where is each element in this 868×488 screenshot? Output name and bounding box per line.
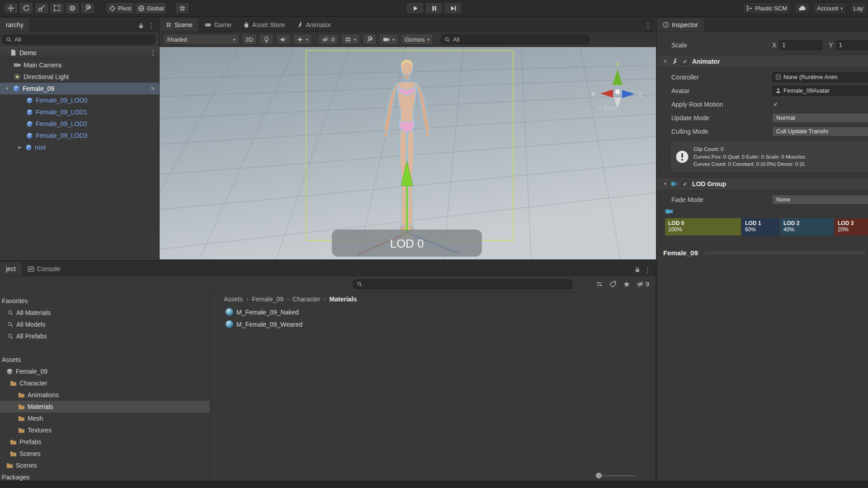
hidden-packages-toggle[interactable]: 9 [637, 281, 649, 288]
tab-inspector[interactable]: Inspector [657, 18, 704, 32]
grid-visibility-dropdown[interactable]: ▾ [341, 34, 360, 45]
folder-scenes-inner[interactable]: Scenes [0, 448, 210, 460]
breadcrumb-materials[interactable]: Materials [330, 296, 357, 303]
play-button[interactable] [406, 2, 424, 14]
tab-animator[interactable]: Animator [291, 18, 337, 32]
controller-object-field[interactable]: None (Runtime Anim [772, 72, 868, 82]
asset-zoom-slider[interactable] [596, 473, 636, 479]
hierarchy-item-directional-light[interactable]: Directional Light [0, 71, 159, 83]
scene-fx-dropdown[interactable]: ▾ [293, 34, 312, 45]
tab-asset-store[interactable]: Asset Store [237, 18, 291, 32]
global-toggle[interactable]: Global [135, 2, 167, 14]
hierarchy-item-main-camera[interactable]: Main Camera [0, 59, 159, 71]
folder-scenes[interactable]: Scenes [0, 460, 210, 471]
account-dropdown[interactable]: Account ▾ [814, 2, 846, 14]
foldout-closed-icon[interactable]: ▶ [17, 145, 23, 150]
gizmos-dropdown[interactable]: Gizmos ▾ [401, 34, 433, 45]
hierarchy-item-female-09-lod1[interactable]: Female_09_LOD1 [0, 106, 159, 118]
folder-character[interactable]: Character [0, 377, 210, 389]
foldout-open-icon[interactable]: ▼ [663, 59, 667, 64]
scene-camera-dropdown[interactable]: ▾ [379, 34, 398, 45]
hierarchy-item-female-09-lod2[interactable]: Female_09_LOD2 [0, 118, 159, 130]
lod-camera-marker[interactable] [664, 207, 868, 216]
favorite-all-materials[interactable]: All Materials [0, 307, 210, 319]
scene-lighting-toggle[interactable] [259, 34, 274, 45]
asset-material-weared[interactable]: M_Female_09_Weared [210, 318, 656, 330]
lock-icon[interactable] [634, 267, 641, 273]
avatar-object-field[interactable]: Female_09Avatar [772, 86, 868, 96]
lod3-band[interactable]: LOD 3 20% [835, 218, 868, 235]
breadcrumb-female-09[interactable]: Female_09 [252, 296, 283, 303]
custom-tool-button[interactable] [80, 2, 95, 14]
lod2-band[interactable]: LOD 2 40% [780, 218, 835, 235]
folder-female-09[interactable]: Female_09 [0, 366, 210, 377]
preview-header[interactable]: Female_09 [663, 249, 866, 257]
assets-root[interactable]: Assets [0, 354, 210, 366]
apply-root-motion-checkbox[interactable]: ✓ [772, 101, 779, 108]
rotate-tool-button[interactable] [19, 2, 33, 14]
animator-component-header[interactable]: ▼ ✓ Animator [657, 55, 868, 68]
scene-header-demo[interactable]: Demo ⋮ [0, 47, 159, 59]
lod1-band[interactable]: LOD 1 60% [742, 218, 780, 235]
tab-console[interactable]: Console [22, 262, 66, 276]
scale-x-field[interactable]: 1 [779, 40, 822, 50]
hierarchy-item-root[interactable]: ▶ root [0, 141, 159, 153]
plastic-scm-button[interactable]: Plastic SCM [743, 2, 790, 14]
culling-mode-dropdown[interactable]: Cull Update Transfo ▾ [772, 127, 868, 136]
scene-audio-toggle[interactable] [276, 34, 290, 45]
slider-knob[interactable] [596, 473, 602, 479]
project-search-input[interactable] [353, 279, 573, 289]
update-mode-dropdown[interactable]: Normal ▾ [772, 113, 868, 123]
asset-material-naked[interactable]: M_Female_09_Naked [210, 306, 656, 318]
hierarchy-item-female-09-lod0[interactable]: Female_09_LOD0 [0, 94, 159, 106]
breadcrumb-character[interactable]: Character [292, 296, 320, 303]
favorite-all-models[interactable]: All Models [0, 319, 210, 330]
hidden-objects-toggle[interactable]: 0 [318, 34, 338, 45]
favorites-header[interactable]: Favorites [0, 295, 210, 307]
kebab-menu-icon[interactable]: ⋮ [642, 22, 654, 30]
rect-tool-button[interactable] [50, 2, 64, 14]
foldout-open-icon[interactable]: ▼ [663, 182, 667, 186]
folder-mesh[interactable]: Mesh [0, 413, 210, 424]
tab-game[interactable]: Game [198, 18, 237, 32]
favorite-all-prefabs[interactable]: All Prefabs [0, 330, 210, 342]
scene-search-input[interactable]: All [440, 34, 590, 44]
scale-y-field[interactable]: 1 [836, 40, 868, 50]
step-button[interactable] [444, 2, 462, 14]
animator-enabled-checkbox[interactable]: ✓ [682, 58, 689, 65]
folder-animations[interactable]: Animations [0, 389, 210, 401]
foldout-open-icon[interactable]: ▼ [5, 86, 10, 91]
lod-group-enabled-checkbox[interactable]: ✓ [682, 181, 689, 188]
component-tools-button[interactable] [363, 34, 377, 45]
tab-hierarchy[interactable]: rarchy [0, 18, 29, 32]
fade-mode-dropdown[interactable]: None ▾ [772, 195, 868, 205]
layers-dropdown[interactable]: Lay [850, 2, 866, 14]
kebab-menu-icon[interactable]: ⋮ [147, 49, 159, 57]
lock-icon[interactable] [138, 23, 144, 29]
move-tool-button[interactable] [4, 2, 18, 14]
folder-materials-selected[interactable]: Materials [0, 401, 210, 413]
filter-by-label-icon[interactable] [609, 281, 617, 288]
pause-button[interactable] [425, 2, 443, 14]
prefab-open-chevron-icon[interactable]: > [151, 85, 155, 92]
kebab-menu-icon[interactable]: ⋮ [145, 22, 157, 30]
shading-mode-dropdown[interactable]: Shaded ▾ [163, 34, 239, 45]
lod0-band[interactable]: LOD 0 100% [665, 218, 742, 235]
scale-tool-button[interactable] [34, 2, 49, 14]
favorites-star-icon[interactable] [623, 281, 630, 288]
scene-viewport[interactable]: LOD 0 y x z < Pers [160, 47, 656, 260]
preview-drag-handle[interactable] [704, 252, 866, 254]
filter-by-type-icon[interactable] [596, 281, 603, 288]
hierarchy-item-female-09-lod3[interactable]: Female_09_LOD3 [0, 130, 159, 141]
lod-group-component-header[interactable]: ▼ ✓ LOD Group [657, 177, 868, 191]
tab-project[interactable]: ject [0, 262, 22, 276]
folder-prefabs[interactable]: Prefabs [0, 436, 210, 448]
pivot-toggle[interactable]: Pivot [106, 2, 134, 14]
snap-grid-button[interactable] [175, 2, 189, 14]
breadcrumb-assets[interactable]: Assets [224, 296, 243, 303]
hierarchy-item-female-09[interactable]: ▼ Female_09 > [0, 83, 159, 94]
2d-toggle[interactable]: 2D [242, 34, 257, 45]
folder-textures[interactable]: Textures [0, 424, 210, 436]
hierarchy-search-input[interactable]: All [2, 34, 156, 44]
kebab-menu-icon[interactable]: ⋮ [642, 266, 654, 274]
